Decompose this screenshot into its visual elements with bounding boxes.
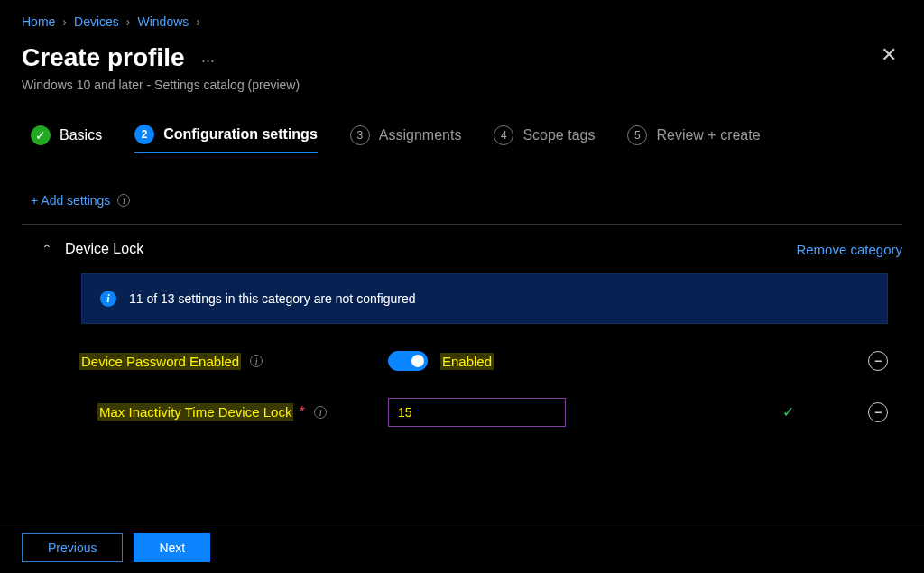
remove-setting-icon[interactable]: − [868,402,888,422]
setting-label: Device Password Enabled [79,353,241,370]
info-icon[interactable]: i [117,194,130,207]
checkmark-icon: ✓ [782,403,794,421]
toggle-device-password-enabled[interactable] [388,351,428,371]
step-review-create[interactable]: 5 Review + create [627,125,760,152]
close-icon[interactable]: ✕ [881,43,902,67]
step-assignments[interactable]: 3 Assignments [350,125,462,152]
remove-setting-icon[interactable]: − [868,351,888,371]
breadcrumb: Home › Devices › Windows › [0,0,924,36]
step-configuration-settings[interactable]: 2 Configuration settings [134,125,318,153]
step-scope-tags[interactable]: 4 Scope tags [494,125,595,152]
step-basics[interactable]: ✓ Basics [31,125,102,152]
category-title: Device Lock [65,241,143,257]
info-banner: i 11 of 13 settings in this category are… [81,273,888,324]
page-subtitle: Windows 10 and later - Settings catalog … [22,78,300,92]
info-icon[interactable]: i [250,355,263,367]
previous-button[interactable]: Previous [22,533,123,562]
info-message: 11 of 13 settings in this category are n… [129,291,416,306]
required-marker: * [300,404,305,420]
chevron-right-icon: › [126,14,131,29]
chevron-right-icon: › [62,14,67,29]
breadcrumb-home[interactable]: Home [22,14,55,29]
breadcrumb-devices[interactable]: Devices [74,14,119,29]
add-settings-link[interactable]: + Add settings [31,193,110,208]
chevron-up-icon[interactable]: ⌃ [42,242,52,256]
toggle-state-label: Enabled [440,353,494,370]
footer-actions: Previous Next [0,522,924,573]
toggle-knob [411,355,424,367]
setting-label: Max Inactivity Time Device Lock [97,403,293,421]
info-icon[interactable]: i [314,406,327,419]
setting-device-password-enabled: Device Password Enabled i Enabled − [0,324,924,371]
checkmark-icon: ✓ [31,125,51,145]
chevron-right-icon: › [196,14,200,29]
remove-category-link[interactable]: Remove category [796,242,902,257]
breadcrumb-windows[interactable]: Windows [138,14,189,29]
next-button[interactable]: Next [134,533,210,562]
more-actions-icon[interactable]: ··· [201,51,215,69]
max-inactivity-input[interactable] [388,398,566,427]
setting-max-inactivity-time: Max Inactivity Time Device Lock * i ✓ − [0,371,924,427]
info-icon: i [100,291,116,307]
page-title: Create profile [22,43,185,72]
wizard-steps: ✓ Basics 2 Configuration settings 3 Assi… [0,92,924,162]
